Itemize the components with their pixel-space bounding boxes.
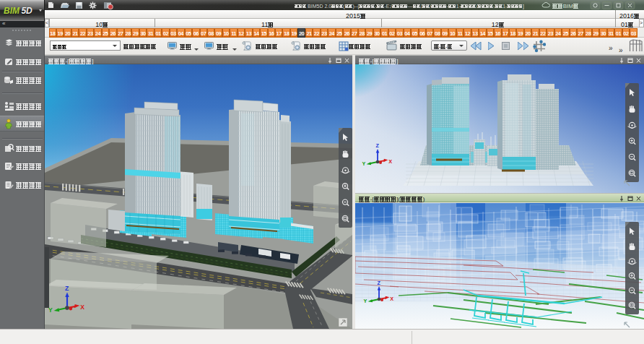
svg-text:02: 02 xyxy=(623,30,629,37)
svg-text:22: 22 xyxy=(314,30,320,37)
svg-text:29: 29 xyxy=(367,30,373,37)
svg-text:20: 20 xyxy=(299,30,305,37)
svg-text:01: 01 xyxy=(382,30,388,37)
svg-text:22: 22 xyxy=(80,30,86,37)
svg-text:26: 26 xyxy=(344,30,350,37)
svg-text:Z: Z xyxy=(65,285,69,292)
svg-text:21: 21 xyxy=(72,30,78,37)
svg-text:09: 09 xyxy=(443,30,448,37)
svg-text:10: 10 xyxy=(450,30,456,37)
svg-text:19: 19 xyxy=(518,30,523,37)
svg-text:Y: Y xyxy=(48,306,53,314)
svg-text:26: 26 xyxy=(570,30,576,37)
svg-text:02: 02 xyxy=(389,30,395,37)
svg-text:07: 07 xyxy=(427,30,433,37)
svg-text:27: 27 xyxy=(118,30,123,37)
svg-text:19: 19 xyxy=(58,30,64,37)
svg-text:12: 12 xyxy=(238,30,244,37)
svg-text:31: 31 xyxy=(148,30,154,37)
svg-text:X: X xyxy=(388,158,392,165)
svg-text:09: 09 xyxy=(216,30,222,37)
svg-text:26: 26 xyxy=(110,30,116,37)
svg-text:31: 31 xyxy=(608,30,614,37)
svg-text:21: 21 xyxy=(306,30,312,37)
svg-text:28: 28 xyxy=(126,30,131,37)
svg-text:Y: Y xyxy=(363,298,367,304)
svg-text:11: 11 xyxy=(231,30,236,37)
svg-text:28: 28 xyxy=(360,30,365,37)
svg-text:12: 12 xyxy=(465,30,471,37)
svg-text:29: 29 xyxy=(133,30,139,37)
svg-text:23: 23 xyxy=(548,30,554,37)
svg-text:30: 30 xyxy=(374,30,380,37)
svg-text:01: 01 xyxy=(616,30,622,37)
svg-text:Y: Y xyxy=(362,160,365,167)
svg-text:17: 17 xyxy=(277,30,282,37)
svg-text:18: 18 xyxy=(284,30,290,37)
svg-text:15: 15 xyxy=(487,30,493,37)
svg-text:Z: Z xyxy=(375,142,379,149)
svg-text:25: 25 xyxy=(336,30,342,37)
svg-text:16: 16 xyxy=(495,30,501,37)
svg-text:02: 02 xyxy=(163,30,169,37)
svg-text:03: 03 xyxy=(170,30,176,37)
svg-text:30: 30 xyxy=(141,30,147,37)
svg-text:13: 13 xyxy=(246,30,252,37)
svg-text:06: 06 xyxy=(193,30,199,37)
svg-text:27: 27 xyxy=(352,30,357,37)
svg-text:05: 05 xyxy=(186,30,191,37)
svg-text:07: 07 xyxy=(201,30,206,37)
svg-text:21: 21 xyxy=(533,30,539,37)
svg-text:05: 05 xyxy=(412,30,418,37)
svg-text:11: 11 xyxy=(458,30,463,37)
svg-text:03: 03 xyxy=(631,30,637,37)
svg-text:13: 13 xyxy=(472,30,478,37)
svg-text:20: 20 xyxy=(65,30,71,37)
svg-text:27: 27 xyxy=(578,30,584,37)
svg-text:28: 28 xyxy=(586,30,591,37)
svg-text:X: X xyxy=(80,304,84,311)
svg-text:23: 23 xyxy=(321,30,327,37)
svg-text:03: 03 xyxy=(397,30,403,37)
svg-text:23: 23 xyxy=(87,30,93,37)
svg-text:25: 25 xyxy=(563,30,569,37)
svg-text:08: 08 xyxy=(435,30,440,37)
svg-text:19: 19 xyxy=(292,30,297,37)
svg-text:20: 20 xyxy=(525,30,531,37)
svg-text:30: 30 xyxy=(601,30,606,37)
svg-text:29: 29 xyxy=(593,30,599,37)
svg-text:25: 25 xyxy=(103,30,108,37)
svg-text:08: 08 xyxy=(209,30,214,37)
svg-text:X: X xyxy=(390,296,393,302)
svg-text:Z: Z xyxy=(377,280,380,286)
svg-text:16: 16 xyxy=(269,30,274,37)
svg-text:18: 18 xyxy=(50,30,56,37)
svg-text:10: 10 xyxy=(223,30,229,37)
svg-text:18: 18 xyxy=(510,30,516,37)
svg-text:01: 01 xyxy=(155,30,161,37)
svg-text:15: 15 xyxy=(261,30,267,37)
svg-text:17: 17 xyxy=(502,30,508,37)
svg-text:22: 22 xyxy=(540,30,546,37)
svg-text:06: 06 xyxy=(419,30,425,37)
